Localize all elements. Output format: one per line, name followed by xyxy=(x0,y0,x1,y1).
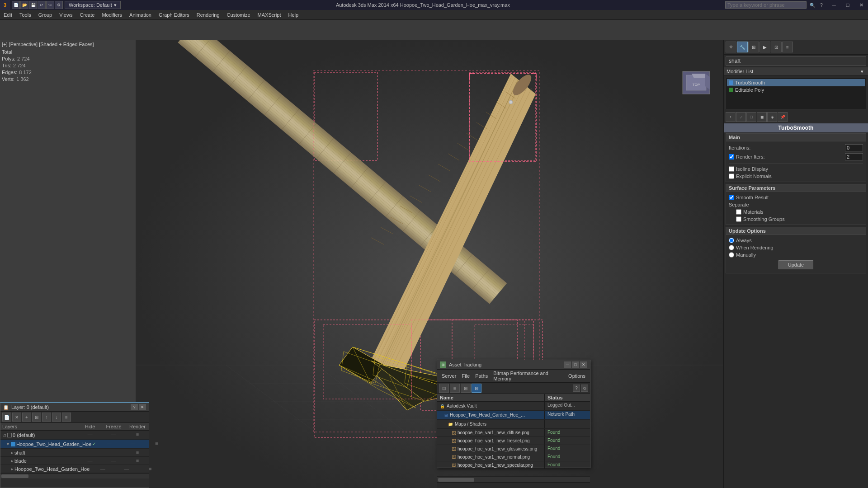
menu-create[interactable]: Create xyxy=(76,11,98,19)
close-button[interactable]: ✕ xyxy=(854,0,868,10)
asset-menu-options[interactable]: Options xyxy=(566,372,588,380)
asset-menu-paths[interactable]: Paths xyxy=(472,372,491,380)
asset-row-maxfile[interactable]: ⊞ Hoopoe_Two_Head_Garden_Hoe_max_vray.ma… xyxy=(437,411,590,420)
layers-tool-1[interactable]: 📄 xyxy=(2,413,11,422)
smooth-result-label: Smooth Result xyxy=(736,195,769,200)
modifier-list-label: Modifier List xyxy=(726,69,753,74)
asset-close-button[interactable]: ✕ xyxy=(580,361,587,368)
asset-restore-button[interactable]: □ xyxy=(572,361,579,368)
menu-animation[interactable]: Animation xyxy=(126,11,155,19)
toolbar-new[interactable]: 📄 xyxy=(12,1,20,9)
menu-rendering[interactable]: Rendering xyxy=(193,11,223,19)
search-input[interactable] xyxy=(725,1,807,9)
blade-hide: — xyxy=(79,457,101,465)
layer-row-shaft[interactable]: ▸ shaft — — ■ xyxy=(0,449,149,457)
toolbar-undo[interactable]: ↩ xyxy=(38,1,46,9)
asset-row-normal[interactable]: 🖼 hoopoe_hoe_var1_new_normal.png Found xyxy=(437,453,590,461)
toolbar-settings[interactable]: ⚙ xyxy=(55,1,63,9)
panel-utilities-icon[interactable]: ≡ xyxy=(782,42,793,52)
subobj-vertex-icon[interactable]: • xyxy=(726,112,736,122)
layers-tool-4[interactable]: ⊞ xyxy=(32,413,41,422)
object-name-field[interactable] xyxy=(726,56,866,66)
layers-tool-6[interactable]: ↓ xyxy=(52,413,61,422)
toolbar-open[interactable]: 📂 xyxy=(20,1,28,9)
modifier-item-turbosmooth[interactable]: TurboSmooth xyxy=(727,79,865,86)
asset-row-specular[interactable]: 🖼 hoopoe_hoe_var1_new_specular.png Found xyxy=(437,461,590,469)
asset-tool-1[interactable]: ⊡ xyxy=(439,384,449,393)
always-radio[interactable] xyxy=(729,238,734,243)
menu-modifiers[interactable]: Modifiers xyxy=(98,11,126,19)
render-iters-input[interactable] xyxy=(845,153,863,160)
layers-help-button[interactable]: ? xyxy=(131,404,138,410)
panel-display-icon[interactable]: ⊡ xyxy=(771,42,782,52)
layer0-hide: — xyxy=(79,431,101,439)
asset-tool-4[interactable]: ⊟ xyxy=(472,384,481,393)
help-icon[interactable]: ? xyxy=(817,1,826,9)
update-button[interactable]: Update xyxy=(778,260,813,269)
render-iters-checkbox[interactable] xyxy=(729,154,734,160)
when-rendering-radio[interactable] xyxy=(729,245,734,250)
subobj-edge-icon[interactable]: ⟋ xyxy=(736,112,746,122)
maximize-button[interactable]: □ xyxy=(841,0,854,10)
explicit-normals-checkbox[interactable] xyxy=(729,174,734,179)
menu-customize[interactable]: Customize xyxy=(223,11,254,19)
asset-tool-3[interactable]: ⊞ xyxy=(461,384,471,393)
isoline-checkbox[interactable] xyxy=(729,166,734,172)
panel-hierarchy-icon[interactable]: ⊞ xyxy=(748,42,759,52)
subobj-pin-icon[interactable]: 📌 xyxy=(778,112,788,122)
menu-group[interactable]: Group xyxy=(35,11,56,19)
manually-radio[interactable] xyxy=(729,252,734,258)
menu-maxscript[interactable]: MAXScript xyxy=(254,11,285,19)
layers-tool-2[interactable]: ✕ xyxy=(12,413,21,422)
layers-tool-3[interactable]: + xyxy=(22,413,31,422)
asset-row-maps[interactable]: 📁 Maps / Shaders xyxy=(437,420,590,429)
title-bar: 3 📄 📂 💾 ↩ ↪ ⚙ Workspace: Default ▾ Autod… xyxy=(0,0,868,10)
asset-refresh-icon[interactable]: ↻ xyxy=(581,385,588,392)
asset-minimize-button[interactable]: ─ xyxy=(564,361,571,368)
subobj-poly-icon[interactable]: ◼ xyxy=(757,112,767,122)
toolbar-redo[interactable]: ↪ xyxy=(46,1,54,9)
menu-views[interactable]: Views xyxy=(56,11,76,19)
asset-row-vault[interactable]: 🔒 Autodesk Vault Logged Out... xyxy=(437,402,590,411)
panel-modify-icon[interactable]: 🔧 xyxy=(737,42,748,52)
subobj-element-icon[interactable]: ◈ xyxy=(767,112,777,122)
toolbar-save[interactable]: 💾 xyxy=(29,1,37,9)
smoothing-groups-checkbox[interactable] xyxy=(736,216,741,222)
menu-help[interactable]: Help xyxy=(285,11,302,19)
panel-motion-icon[interactable]: ▶ xyxy=(760,42,770,52)
layer-row-1[interactable]: ▼ Hoopoe_Two_Head_Garden_Hoe ✓ — — ■ xyxy=(0,440,149,449)
panel-create-icon[interactable]: ✧ xyxy=(726,42,736,52)
subobj-border-icon[interactable]: □ xyxy=(746,112,756,122)
asset-help-icon[interactable]: ? xyxy=(573,385,580,392)
layer-row-0[interactable]: 🗂 0 (default) — — ■ xyxy=(0,431,149,440)
iterations-input[interactable] xyxy=(845,144,863,151)
layers-scrollbar-h[interactable] xyxy=(0,473,149,479)
menu-tools[interactable]: Tools xyxy=(16,11,35,19)
asset-menu-bitmap[interactable]: Bitmap Performance and Memory xyxy=(491,370,566,382)
layers-tool-7[interactable]: ≡ xyxy=(62,413,71,422)
asset-row-fresnel[interactable]: 🖼 hoopoe_hoe_var1_new_fresnel.png Found xyxy=(437,437,590,445)
layer-row-blade[interactable]: ▸ blade — — ■ xyxy=(0,457,149,465)
layer-row-hoe[interactable]: ▸ Hoopoe_Two_Head_Garden_Hoe — — ■ xyxy=(0,465,149,473)
modifier-list-dropdown[interactable]: ▾ xyxy=(859,68,865,75)
blade-freeze: — xyxy=(101,457,126,465)
layers-close-button[interactable]: ✕ xyxy=(139,404,146,410)
diffuse-icon: 🖼 xyxy=(452,431,456,435)
asset-scrollbar-h[interactable] xyxy=(437,477,590,482)
search-icon[interactable]: 🔍 xyxy=(808,1,816,9)
workspace-dropdown[interactable]: Workspace: Default ▾ xyxy=(65,1,121,9)
materials-checkbox[interactable] xyxy=(736,209,741,215)
tris-value: 2 724 xyxy=(13,62,26,69)
asset-tool-2[interactable]: ≡ xyxy=(450,384,460,393)
menu-edit[interactable]: Edit xyxy=(0,11,16,19)
smooth-result-checkbox[interactable] xyxy=(729,195,734,200)
layer1-name: Hoopoe_Two_Head_Garden_Hoe xyxy=(16,441,91,447)
modifier-item-editable-poly[interactable]: Editable Poly xyxy=(727,86,865,94)
layers-tool-5[interactable]: ↑ xyxy=(42,413,51,422)
minimize-button[interactable]: ─ xyxy=(827,0,841,10)
asset-row-glossiness[interactable]: 🖼 hoopoe_hoe_var1_new_glossiness.png Fou… xyxy=(437,445,590,453)
asset-row-diffuse[interactable]: 🖼 hoopoe_hoe_var1_new_diffuse.png Found xyxy=(437,429,590,437)
asset-menu-file[interactable]: File xyxy=(459,372,472,380)
asset-menu-server[interactable]: Server xyxy=(439,372,459,380)
menu-graph-editors[interactable]: Graph Editors xyxy=(155,11,193,19)
